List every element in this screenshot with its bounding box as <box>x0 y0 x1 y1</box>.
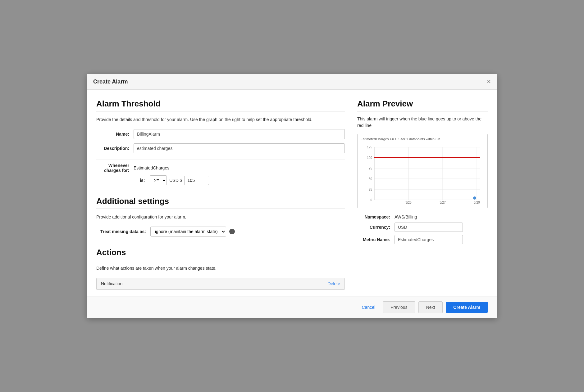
previous-button[interactable]: Previous <box>383 301 415 313</box>
currency-label: USD $ <box>169 178 182 183</box>
info-icon[interactable]: i <box>229 229 235 234</box>
metric-name-input[interactable] <box>395 235 463 244</box>
additional-settings-divider <box>96 209 345 209</box>
treat-missing-select[interactable]: ignore (maintain the alarm state) missin… <box>150 227 226 237</box>
right-panel: Alarm Preview This alarm will trigger wh… <box>357 99 488 290</box>
name-input[interactable] <box>134 129 345 139</box>
actions-divider <box>96 260 345 260</box>
modal-footer: Cancel Previous Next Create Alarm <box>87 296 497 318</box>
svg-text:00:00: 00:00 <box>473 205 481 205</box>
currency-meta-label: Currency: <box>357 225 395 230</box>
metric-name-row: Metric Name: <box>357 235 488 244</box>
namespace-value: AWS/Billing <box>395 214 417 219</box>
additional-settings-section: Additional settings Provide additional c… <box>96 196 345 237</box>
chart-title: EstimatedCharges >= 105 for 1 datapoints… <box>361 137 484 141</box>
chart-container: EstimatedCharges >= 105 for 1 datapoints… <box>357 134 488 208</box>
currency-row: Currency: <box>357 223 488 232</box>
missing-data-row: Treat missing data as: ignore (maintain … <box>96 227 345 237</box>
svg-text:0: 0 <box>370 198 372 202</box>
threshold-divider <box>96 111 345 111</box>
modal-body: Alarm Threshold Provide the details and … <box>87 90 497 296</box>
svg-text:3/29: 3/29 <box>474 201 480 204</box>
create-alarm-button[interactable]: Create Alarm <box>446 302 488 313</box>
actions-title: Actions <box>96 248 345 257</box>
chart-area: 125 100 75 50 25 0 <box>361 143 484 205</box>
additional-settings-description: Provide additional configuration for you… <box>96 214 345 220</box>
svg-text:3/27: 3/27 <box>440 201 446 204</box>
alarm-threshold-title: Alarm Threshold <box>96 99 345 109</box>
notification-header: Notification Delete <box>97 278 344 290</box>
threshold-description: Provide the details and threshold for yo… <box>96 116 345 123</box>
modal-header: Create Alarm × <box>87 74 497 90</box>
preview-description: This alarm will trigger when the blue li… <box>357 116 488 129</box>
preview-divider <box>357 111 488 111</box>
svg-point-17 <box>473 196 476 200</box>
treat-missing-label: Treat missing data as: <box>96 229 146 234</box>
actions-section: Actions Define what actions are taken wh… <box>96 248 345 290</box>
currency-meta-input[interactable] <box>395 223 463 232</box>
description-input[interactable] <box>134 143 345 153</box>
whenever-value: EstimatedCharges <box>134 165 169 170</box>
is-row: is: >= > <= < USD $ <box>96 175 345 185</box>
svg-text:100: 100 <box>367 156 372 160</box>
left-panel: Alarm Threshold Provide the details and … <box>96 99 345 290</box>
metric-name-label: Metric Name: <box>357 237 395 242</box>
svg-text:50: 50 <box>369 177 372 181</box>
svg-text:00:00: 00:00 <box>439 205 446 205</box>
additional-settings-title: Additional settings <box>96 196 345 206</box>
description-row: Description: <box>96 143 345 153</box>
namespace-row: Namespace: AWS/Billing <box>357 214 488 219</box>
namespace-label: Namespace: <box>357 214 395 219</box>
chart-svg: 125 100 75 50 25 0 <box>361 143 484 205</box>
alarm-preview-title: Alarm Preview <box>357 99 488 109</box>
svg-text:25: 25 <box>369 188 372 191</box>
whenever-label: Whenever charges for: <box>96 163 134 173</box>
name-row: Name: <box>96 129 345 139</box>
notification-box: Notification Delete <box>96 278 345 290</box>
alarm-threshold-section: Alarm Threshold Provide the details and … <box>96 99 345 185</box>
delete-link[interactable]: Delete <box>328 281 340 286</box>
modal-title: Create Alarm <box>93 79 128 85</box>
svg-text:00:00: 00:00 <box>404 205 412 205</box>
svg-text:125: 125 <box>367 146 372 149</box>
create-alarm-modal: Create Alarm × Alarm Threshold Provide t… <box>87 74 497 318</box>
operator-select[interactable]: >= > <= < <box>150 175 167 185</box>
name-label: Name: <box>96 132 134 137</box>
description-label: Description: <box>96 146 134 151</box>
svg-text:75: 75 <box>369 167 372 170</box>
is-label: is: <box>140 178 145 183</box>
preview-meta: Namespace: AWS/Billing Currency: Metric … <box>357 214 488 244</box>
notification-title: Notification <box>101 281 122 286</box>
cancel-button[interactable]: Cancel <box>358 302 380 312</box>
threshold-input[interactable] <box>184 176 209 185</box>
charges-row: Whenever charges for: EstimatedCharges <box>96 160 345 173</box>
actions-description: Define what actions are taken when your … <box>96 265 345 272</box>
next-button[interactable]: Next <box>418 301 443 313</box>
svg-text:3/25: 3/25 <box>405 201 412 204</box>
close-button[interactable]: × <box>487 78 491 85</box>
